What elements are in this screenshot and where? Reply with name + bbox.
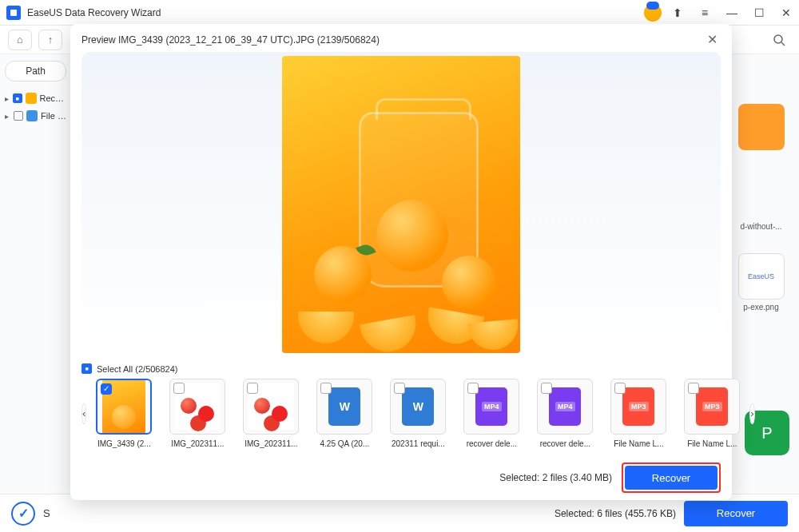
- peek-label: d-without-...: [740, 222, 781, 231]
- chevron-right-icon[interactable]: ▸: [5, 94, 10, 103]
- checkbox[interactable]: [13, 93, 22, 103]
- checkbox[interactable]: [14, 111, 23, 121]
- green-file-icon: P: [745, 411, 789, 455]
- recycle-bin-icon: [26, 93, 37, 104]
- folder-thumb-icon: [738, 104, 785, 150]
- tree-item-label: Recycle...: [40, 93, 66, 103]
- up-button[interactable]: ↑: [38, 30, 62, 50]
- recover-button-bg[interactable]: Recover: [684, 501, 788, 526]
- status-bar: ✓ S Selected: 6 files (455.76 KB) Recove…: [0, 494, 799, 532]
- sidebar: Path ▸ Recycle... ▸ File P...: [0, 54, 72, 494]
- svg-rect-0: [10, 10, 17, 16]
- status-check-icon: ✓: [11, 502, 35, 526]
- app-title: EaseUS Data Recovery Wizard: [27, 7, 644, 18]
- tree-item-recycle[interactable]: ▸ Recycle...: [5, 89, 66, 107]
- svg-line-2: [781, 42, 785, 46]
- search-icon[interactable]: [767, 30, 791, 50]
- status-selected: Selected: 6 files (455.76 KB): [555, 508, 676, 519]
- maximize-button[interactable]: ☐: [753, 6, 765, 19]
- minimize-button[interactable]: —: [725, 6, 738, 19]
- main-content: [72, 54, 799, 494]
- toolbar: ⌂ ↑: [0, 26, 799, 54]
- avatar[interactable]: [644, 4, 662, 22]
- upload-icon[interactable]: ⬆: [671, 6, 684, 19]
- status-label: S: [43, 507, 50, 519]
- tree-item-file[interactable]: ▸ File P...: [5, 107, 66, 125]
- title-bar: EaseUS Data Recovery Wizard ⬆ ≡ — ☐ ✕: [0, 0, 799, 26]
- menu-icon[interactable]: ≡: [698, 6, 711, 19]
- chevron-right-icon[interactable]: ▸: [5, 112, 10, 121]
- home-button[interactable]: ⌂: [8, 30, 32, 50]
- background-grid-peek: d-without-... EaseUS p-exe.png: [731, 104, 791, 312]
- screenshot-thumb-icon: EaseUS: [738, 253, 785, 300]
- folder-icon: [26, 110, 38, 121]
- app-icon: [6, 6, 21, 20]
- path-button[interactable]: Path: [5, 61, 66, 81]
- tree-item-label: File P...: [41, 111, 66, 121]
- peek-label: p-exe.png: [743, 303, 778, 312]
- svg-point-1: [774, 35, 782, 43]
- close-button[interactable]: ✕: [780, 6, 793, 19]
